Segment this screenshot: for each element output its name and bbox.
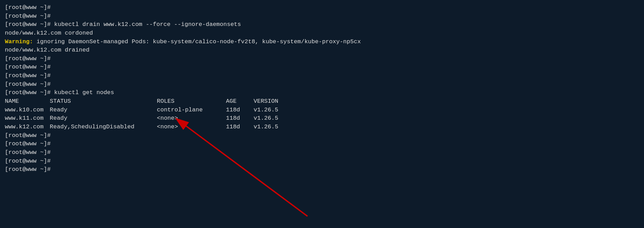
terminal-output: [root@www ~]# [root@www ~]# [root@www ~]… [5,3,639,174]
line-18: [root@www ~]# [5,148,639,157]
line-16: [root@www ~]# [5,131,639,140]
table-row-k12: www.k12.comReady,SchedulingDisabled<none… [5,123,639,131]
line-3: [root@www ~]# kubectl drain www.k12.com … [5,20,639,29]
line-9: [root@www ~]# [5,72,639,80]
line-7: [root@www ~]# [5,55,639,63]
table-row-k10: www.k10.comReadycontrol-plane118dv1.26.5 [5,106,639,115]
warning-label: Warning: [5,38,33,45]
line-17: [root@www ~]# [5,140,639,148]
line-5-warning: Warning: ignoring DaemonSet-managed Pods… [5,38,639,46]
line-11-cmd: [root@www ~]# kubectl get nodes [5,89,639,97]
line-20: [root@www ~]# [5,165,639,174]
table-header: NAMESTATUSROLESAGEVERSION [5,97,639,106]
line-4: node/www.k12.com cordoned [5,29,639,38]
line-19: [root@www ~]# [5,157,639,166]
line-6: node/www.k12.com drained [5,46,639,55]
line-10: [root@www ~]# [5,80,639,89]
line-1: [root@www ~]# [5,3,639,12]
terminal-window: [root@www ~]# [root@www ~]# [root@www ~]… [0,0,644,228]
line-2: [root@www ~]# [5,12,639,21]
line-8: [root@www ~]# [5,63,639,72]
table-row-k11: www.k11.comReady<none>118dv1.26.5 [5,114,639,123]
